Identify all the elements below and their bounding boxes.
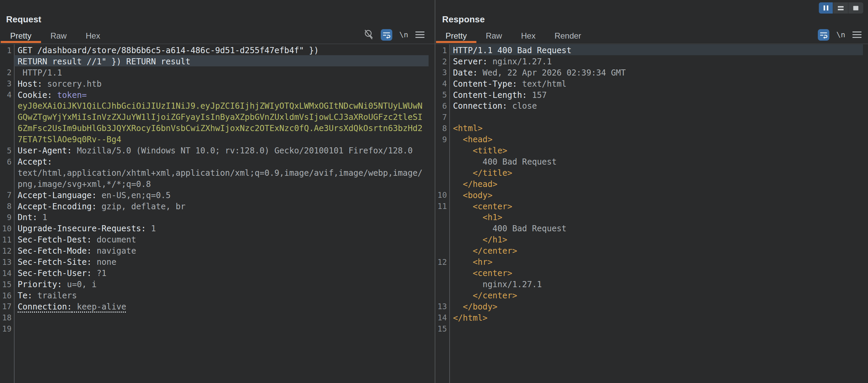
code-segment: Accept:: [18, 157, 52, 167]
code-segment: none: [92, 257, 116, 267]
code-row: 9Dnt: 1: [0, 211, 435, 222]
code-text: <head>: [453, 134, 493, 145]
code-row: 13Sec-Fetch-Site: none: [0, 256, 435, 267]
code-text: </center>: [453, 290, 517, 301]
word-wrap-toggle[interactable]: [818, 29, 829, 41]
panel-divider[interactable]: [435, 0, 435, 383]
code-segment: Mozilla/5.0 (Windows NT 10.0; rv:128.0) …: [72, 146, 413, 155]
line-number: 1: [435, 45, 447, 56]
code-row: 13 </body>: [435, 300, 868, 312]
code-row: 6Connection: close: [435, 100, 868, 111]
line-number: 18: [0, 312, 12, 323]
code-segment: Priority:: [18, 280, 62, 289]
code-row: 11Sec-Fetch-Dest: document: [0, 234, 435, 245]
tab-render[interactable]: Render: [545, 27, 591, 44]
menu-icon[interactable]: [415, 31, 425, 38]
code-segment: <hr>: [453, 257, 493, 267]
code-row: nginx/1.27.1: [435, 278, 868, 290]
line-number: 13: [435, 301, 447, 312]
code-row: 12 <hr>: [435, 256, 868, 267]
line-number: 19: [0, 323, 12, 335]
code-text: </body>: [453, 301, 497, 313]
layout-columns-button[interactable]: [819, 2, 833, 14]
request-editor[interactable]: 1GET /dashboard/store/88b6b6c5-a614-486c…: [0, 44, 435, 383]
tab-raw[interactable]: Raw: [476, 27, 512, 44]
tab-raw[interactable]: Raw: [41, 27, 76, 44]
code-text: </title>: [453, 168, 512, 179]
pause-columns-icon: [823, 5, 829, 10]
line-number: 9: [0, 212, 12, 223]
code-row: png,image/svg+xml,*/*;q=0.8: [0, 178, 435, 189]
code-segment: 1: [146, 224, 156, 233]
tab-label: Pretty: [446, 31, 467, 41]
code-text: eyJ0eXAiOiJKV1QiLCJhbGciOiJIUzI1NiJ9.eyJ…: [18, 101, 422, 112]
line-number: 3: [435, 67, 447, 78]
layout-switcher: [819, 2, 863, 14]
line-number: 4: [435, 78, 447, 89]
stacked-rows-icon: [838, 6, 844, 10]
line-number: 10: [0, 223, 12, 234]
code-segment: <html>: [453, 124, 482, 133]
tab-label: Hex: [521, 31, 536, 41]
code-row: RETURN result //1" }) RETURN result: [0, 55, 435, 66]
line-number: 12: [435, 257, 447, 268]
code-segment: nginx/1.27.1: [488, 57, 552, 66]
newline-toggle[interactable]: \n: [836, 30, 846, 39]
code-row: 5User-Agent: Mozilla/5.0 (Windows NT 10.…: [0, 145, 435, 156]
code-segment: Te:: [18, 291, 33, 300]
code-segment: ?1: [92, 269, 106, 278]
menu-icon[interactable]: [852, 31, 862, 38]
code-segment: GQwZTgwYjYxMiIsInVzZXJuYW1lIjoiZGFyayIsI…: [18, 112, 422, 122]
tab-pretty[interactable]: Pretty: [436, 27, 476, 44]
newline-toggle[interactable]: \n: [399, 30, 409, 39]
code-row: 5Content-Length: 157: [435, 89, 868, 100]
code-row: 6Accept:: [0, 156, 435, 167]
tab-hex[interactable]: Hex: [512, 27, 545, 44]
code-segment: text/html,application/xhtml+xml,applicat…: [18, 168, 422, 178]
line-number: 13: [0, 257, 12, 268]
code-segment: Server:: [453, 57, 488, 66]
code-text: <center>: [453, 201, 512, 212]
code-text: 400 Bad Request: [453, 156, 557, 168]
line-number: 2: [0, 67, 12, 78]
code-segment: GET /dashboard/store/88b6b6c5-a614-486c-…: [18, 46, 319, 55]
request-title: Request: [6, 14, 41, 25]
code-row: 4Cookie: token=: [0, 89, 435, 100]
code-row: 15: [435, 323, 868, 334]
line-number: 5: [0, 145, 12, 156]
code-text: <html>: [453, 123, 482, 134]
code-segment: png,image/svg+xml,*/*;q=0.8: [18, 179, 151, 189]
search-off-icon[interactable]: [364, 29, 374, 40]
code-segment: text/html: [517, 79, 567, 89]
tab-hex[interactable]: Hex: [76, 27, 110, 44]
code-text: Sec-Fetch-Dest: document: [18, 234, 136, 246]
code-text: RETURN result //1" }) RETURN result: [18, 56, 191, 67]
code-row: <h1>: [435, 211, 868, 222]
line-number: 6: [435, 101, 447, 112]
line-number: 12: [0, 246, 12, 257]
code-text: <body>: [453, 190, 493, 201]
code-row: text/html,application/xhtml+xml,applicat…: [0, 167, 435, 178]
code-text: Cookie: token=: [18, 90, 87, 101]
code-text: 7ETA7tSlAOe9q0Rv--Bg4: [18, 134, 121, 145]
code-segment: </center>: [453, 246, 517, 256]
response-panel: Response PrettyRawHexRender \n: [435, 0, 868, 383]
code-row: 19: [0, 323, 435, 334]
line-number: 7: [435, 112, 447, 123]
code-segment: </h1>: [453, 235, 507, 244]
response-editor[interactable]: 1HTTP/1.1 400 Bad Request2Server: nginx/…: [435, 44, 868, 383]
code-text: Dnt: 1: [18, 212, 47, 223]
layout-rows-button[interactable]: [833, 2, 848, 14]
code-text: </head>: [453, 179, 497, 190]
code-text: Priority: u=0, i: [18, 279, 97, 290]
code-segment: </head>: [453, 179, 497, 189]
code-segment: RETURN result //1" }) RETURN result: [18, 57, 191, 66]
code-row: </head>: [435, 178, 868, 189]
tab-pretty[interactable]: Pretty: [1, 27, 41, 44]
response-title: Response: [442, 14, 485, 25]
code-row: 10Upgrade-Insecure-Requests: 1: [0, 222, 435, 234]
layout-single-button[interactable]: [848, 2, 863, 14]
code-row: 16Te: trailers: [0, 289, 435, 300]
code-text: HTTP/1.1: [18, 67, 62, 79]
word-wrap-toggle[interactable]: [381, 29, 392, 41]
